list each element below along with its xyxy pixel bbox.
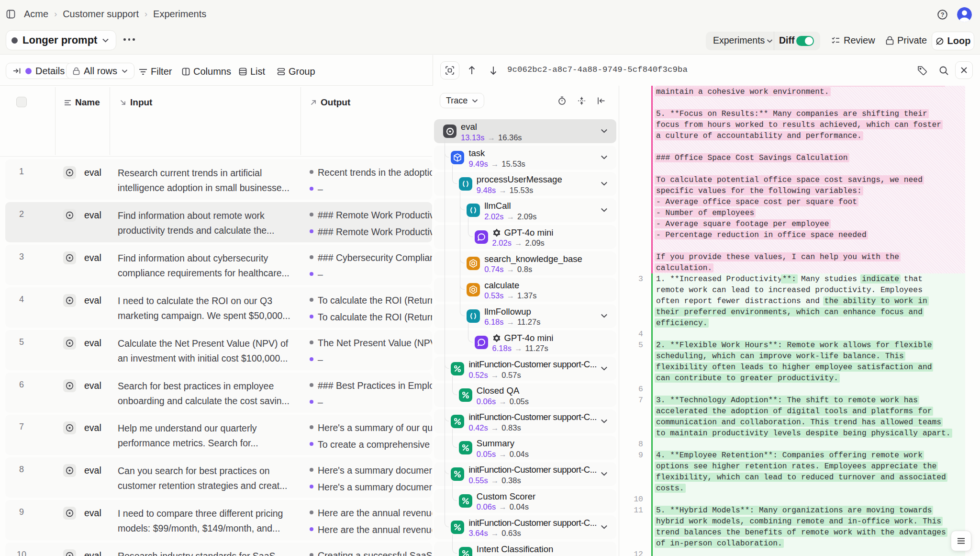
svg-text:?: ? bbox=[941, 11, 945, 18]
